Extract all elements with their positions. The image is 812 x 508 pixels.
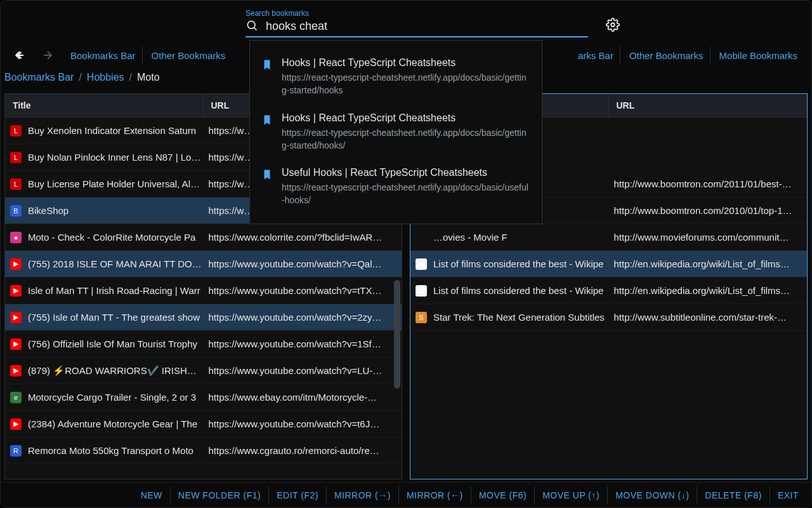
action-button[interactable]: EXIT xyxy=(770,486,806,504)
row-title: Buy Xenolen Indicator Extension Saturn xyxy=(28,125,202,136)
row-title: List of films considered the best - Wiki… xyxy=(433,285,608,296)
row-url: https://www.youtube.com/watch?v=t6J… xyxy=(209,418,397,429)
app-window: Search bookmarks Bookmarks Bar Other Boo… xyxy=(0,0,812,508)
topbar: Search bookmarks xyxy=(1,1,811,43)
action-bar: NEWNEW FOLDER (F1)EDIT (F2)MIRROR (→)MIR… xyxy=(1,482,811,507)
action-button[interactable]: MOVE (F6) xyxy=(471,486,535,504)
search-wrap: Search bookmarks xyxy=(246,9,588,37)
bookmark-icon xyxy=(261,169,273,180)
breadcrumb-link[interactable]: Hobbies xyxy=(87,72,124,83)
breadcrumb-current: Moto xyxy=(137,72,160,83)
row-title: Star Trek: The Next Generation Subtitles xyxy=(433,312,608,323)
svg-point-2 xyxy=(611,23,615,27)
breadcrumb-link[interactable]: Bookmarks Bar xyxy=(4,72,74,83)
row-url: https://www.youtube.com/watch?v=LU-… xyxy=(209,365,397,376)
row-url: https://www.youtube.com/watch?v=Qal… xyxy=(209,258,397,269)
row-url: https://www.cgrauto.ro/remorci-auto/re… xyxy=(209,445,397,456)
row-title: Motorcycle Cargo Trailer - Single, 2 or … xyxy=(28,392,202,403)
row-title: Moto - Check - ColorRite Motorcycle Pa xyxy=(28,232,202,243)
row-url: http://www.subtitleonline.com/star-trek-… xyxy=(614,312,802,323)
favicon: ▶ xyxy=(10,338,22,350)
settings-button[interactable] xyxy=(606,18,620,37)
dropdown-title: Hooks | React TypeScript Cheatsheets xyxy=(282,112,530,124)
search-label: Search bookmarks xyxy=(246,9,588,18)
table-row[interactable]: ▶(2384) Adventure Motorcycle Gear | Theh… xyxy=(5,411,402,438)
tab-bookmarks-bar-right[interactable]: arks Bar xyxy=(572,46,620,65)
row-url: https://www.colorrite.com/?fbclid=IwAR… xyxy=(209,232,397,243)
tab-other-bookmarks[interactable]: Other Bookmarks xyxy=(145,46,232,65)
svg-line-1 xyxy=(254,28,257,30)
favicon: L xyxy=(10,125,22,137)
search-input[interactable] xyxy=(265,19,588,34)
dropdown-url: https://react-typescript-cheatsheet.netl… xyxy=(282,181,530,207)
row-title: BikeShop xyxy=(28,205,202,216)
col-title[interactable]: Title xyxy=(5,94,204,117)
table-row[interactable]: SStar Trek: The Next Generation Subtitle… xyxy=(410,304,807,331)
row-title: (755) 2018 ISLE OF MAN ARAI TT DOCU xyxy=(28,258,202,269)
tab-bookmarks-bar[interactable]: Bookmarks Bar xyxy=(64,46,143,65)
favicon: ▶ xyxy=(10,258,22,270)
favicon: ● xyxy=(10,232,22,243)
scrollbar-thumb[interactable] xyxy=(394,280,400,389)
action-button[interactable]: MOVE DOWN (↓) xyxy=(608,486,697,504)
table-row[interactable]: RRemorca Moto 550kg Transport o Motohttp… xyxy=(5,438,402,464)
dropdown-url: https://react-typescript-cheatsheet.netl… xyxy=(282,71,530,97)
bookmark-icon xyxy=(261,114,273,126)
table-row[interactable]: eMotorcycle Cargo Trailer - Single, 2 or… xyxy=(5,384,402,411)
nav-back-button[interactable] xyxy=(8,46,31,65)
row-url: http://en.wikipedia.org/wiki/List_of_fil… xyxy=(614,285,802,296)
row-title: …ovies - Movie F xyxy=(433,232,608,243)
favicon: e xyxy=(10,392,22,403)
action-button[interactable]: MIRROR (→) xyxy=(327,486,399,504)
row-url: http://www.movieforums.com/communit… xyxy=(614,232,802,243)
breadcrumb-sep: / xyxy=(129,72,132,83)
favicon: ▶ xyxy=(10,365,22,377)
row-url: https://www.youtube.com/watch?v=2zy… xyxy=(209,312,397,323)
row-url: http://www.boomtron.com/2011/01/best-… xyxy=(614,178,802,189)
table-row[interactable]: ▶(756) Offiziell Isle Of Man Tourist Tro… xyxy=(5,331,402,358)
table-row[interactable]: ▶Isle of Man TT | Irish Road-Racing | Wa… xyxy=(5,277,402,304)
action-button[interactable]: EDIT (F2) xyxy=(269,486,327,504)
row-url: https://www.ebay.com/itm/Motorcycle-… xyxy=(209,392,397,403)
table-row[interactable]: ●Moto - Check - ColorRite Motorcycle Pah… xyxy=(5,224,402,251)
bookmark-icon xyxy=(261,59,273,70)
tab-mobile-bookmarks[interactable]: Mobile Bookmarks xyxy=(713,46,804,65)
row-title: Remorca Moto 550kg Transport o Moto xyxy=(28,445,202,456)
row-title: Buy Nolan Pinlock Inner Lens N87 | Louis xyxy=(28,152,202,163)
tab-other-bookmarks-right[interactable]: Other Bookmarks xyxy=(623,46,710,65)
action-button[interactable]: NEW xyxy=(133,486,171,504)
dropdown-url: https://react-typescript-cheatsheet.netl… xyxy=(282,126,530,152)
dropdown-item[interactable]: Hooks | React TypeScript Cheatsheetshttp… xyxy=(250,105,542,160)
favicon: L xyxy=(10,152,22,163)
nav-forward-button[interactable] xyxy=(36,46,59,65)
action-button[interactable]: DELETE (F8) xyxy=(697,486,770,504)
favicon: W xyxy=(416,258,427,270)
favicon: ▶ xyxy=(10,285,22,297)
row-title: (879) ⚡ROAD WARRIORS✔️ IRISH🍀R xyxy=(28,365,202,377)
breadcrumb-sep: / xyxy=(79,72,81,83)
search-row xyxy=(246,19,588,37)
action-button[interactable]: MOVE UP (↑) xyxy=(535,486,608,504)
search-dropdown: Hooks | React TypeScript Cheatsheetshttp… xyxy=(249,40,542,224)
row-url: http://en.wikipedia.org/wiki/List_of_fil… xyxy=(614,258,802,269)
search-icon xyxy=(246,19,258,34)
row-title: Isle of Man TT | Irish Road-Racing | War… xyxy=(28,285,202,296)
dropdown-item[interactable]: Useful Hooks | React TypeScript Cheatshe… xyxy=(250,159,542,215)
table-row[interactable]: WList of films considered the best - Wik… xyxy=(410,251,807,277)
col-url[interactable]: URL xyxy=(609,94,808,117)
favicon: B xyxy=(10,205,22,217)
row-title: List of films considered the best - Wiki… xyxy=(433,258,608,269)
table-row[interactable]: ▶(755) 2018 ISLE OF MAN ARAI TT DOCUhttp… xyxy=(5,251,402,277)
row-url: http://www.boomtron.com/2010/01/top-1… xyxy=(614,205,802,216)
table-row[interactable]: ▶(879) ⚡ROAD WARRIORS✔️ IRISH🍀Rhttps://w… xyxy=(5,358,402,384)
favicon: W xyxy=(416,285,427,297)
action-button[interactable]: MIRROR (←) xyxy=(399,486,471,504)
tabs-right: arks Bar Other Bookmarks Mobile Bookmark… xyxy=(572,46,804,65)
table-row[interactable]: WList of films considered the best - Wik… xyxy=(410,277,807,304)
svg-point-0 xyxy=(247,21,255,29)
favicon: R xyxy=(10,445,22,457)
dropdown-item[interactable]: Hooks | React TypeScript Cheatsheetshttp… xyxy=(250,50,542,105)
table-row[interactable]: …ovies - Movie Fhttp://www.movieforums.c… xyxy=(410,224,807,251)
action-button[interactable]: NEW FOLDER (F1) xyxy=(171,486,269,504)
table-row[interactable]: ▶(755) Isle of Man TT - The greatest sho… xyxy=(5,304,402,331)
